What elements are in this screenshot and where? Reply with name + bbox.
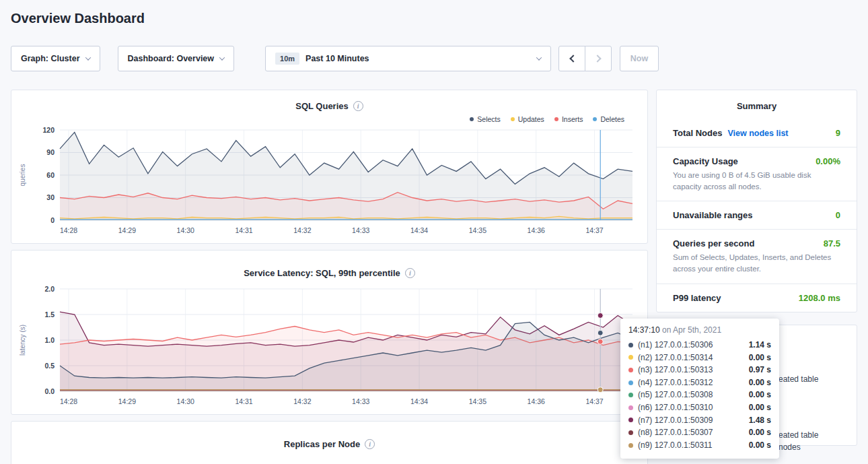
summary-card: Summary Total Nodes View nodes list 9 Ca… [656,90,857,312]
charts-column: SQL Queries i SelectsUpdatesInsertsDelet… [11,90,648,464]
node-color-dot-icon [628,443,633,448]
tooltip-node-value: 0.00 s [749,352,771,364]
time-next-button[interactable] [585,46,612,71]
info-icon[interactable]: i [405,268,415,278]
graph-dropdown-label: Graph: Cluster [21,54,80,63]
event-text-fragment: eated table [779,430,818,440]
node-color-dot-icon [628,368,633,372]
svg-text:queries: queries [19,164,26,187]
time-prev-button[interactable] [558,46,585,71]
event-text-fragment: eated table [779,374,818,384]
tooltip-node-label: (n2) 127.0.0.1:50314 [638,352,713,364]
event-text-fragment: nodes [779,442,801,452]
svg-text:14:35: 14:35 [469,397,486,405]
svg-text:14:33: 14:33 [352,397,369,405]
time-range-badge: 10m [275,53,299,65]
svg-text:14:31: 14:31 [235,226,252,234]
summary-title: Summary [657,90,857,119]
legend-dot-icon [593,117,597,121]
service-latency-card: Service Latency: SQL, 99th percentile i … [11,250,648,415]
view-nodes-list-link[interactable]: View nodes list [727,129,788,138]
p99-latency-value: 1208.0 ms [799,293,840,303]
node-color-dot-icon [628,405,633,410]
qps-label: Queries per second [673,238,754,248]
legend-item-updates[interactable]: Updates [511,115,544,123]
svg-text:14:31: 14:31 [235,397,252,405]
tooltip-node-value: 0.00 s [749,439,771,452]
tooltip-node-value: 0.00 s [749,376,771,389]
capacity-usage-desc: You are using 0 B of 4.5 GiB usable disk… [673,170,840,192]
tooltip-node-label: (n3) 127.0.0.1:50313 [638,364,713,376]
info-icon[interactable]: i [365,439,375,449]
svg-text:14:32: 14:32 [293,397,311,405]
tooltip-timestamp: 14:37:10 on Apr 5th, 2021 [628,325,771,335]
tooltip-node-value: 0.00 s [749,426,771,439]
svg-text:14:28: 14:28 [60,226,77,234]
svg-text:14:34: 14:34 [410,397,428,405]
svg-text:1.0: 1.0 [44,336,55,344]
sql-queries-title-row: SQL Queries i [17,97,642,112]
time-pager [558,46,612,71]
tooltip-row: (n6) 127.0.0.1:503100.00 s [628,401,771,414]
tooltip-row: (n5) 127.0.0.1:503080.00 s [628,389,771,401]
svg-text:14:32: 14:32 [293,226,311,234]
tooltip-node-value: 1.14 s [749,339,771,352]
chart-title: Service Latency: SQL, 99th percentile [244,268,400,278]
svg-text:90: 90 [46,148,55,156]
legend-item-selects[interactable]: Selects [470,115,500,123]
svg-text:14:34: 14:34 [410,226,428,234]
legend-item-deletes[interactable]: Deletes [593,115,624,123]
sql-queries-chart[interactable]: queries14:2814:2914:3014:3114:3214:3314:… [17,125,642,240]
svg-text:0: 0 [50,216,55,224]
page-title: Overview Dashboard [11,9,857,27]
service-latency-chart[interactable]: latency (s)14:2814:2914:3014:3114:3214:3… [17,284,642,411]
tooltip-node-value: 1.48 s [749,414,771,427]
tooltip-rows: (n1) 127.0.0.1:503061.14 s(n2) 127.0.0.1… [628,339,771,451]
chart-hover-tooltip: 14:37:10 on Apr 5th, 2021 (n1) 127.0.0.1… [620,319,779,459]
time-range-label: Past 10 Minutes [305,54,369,63]
graph-dropdown[interactable]: Graph: Cluster [11,46,100,71]
svg-text:14:33: 14:33 [352,226,369,234]
now-button[interactable]: Now [620,46,659,71]
unavailable-ranges-value: 0 [836,210,840,220]
tooltip-node-label: (n7) 127.0.0.1:50309 [638,414,713,427]
svg-text:60: 60 [46,171,55,179]
tooltip-node-label: (n8) 127.0.0.1:50307 [638,426,713,439]
total-nodes-value: 9 [836,128,840,138]
qps-value: 87.5 [824,238,840,248]
tooltip-row: (n8) 127.0.0.1:503070.00 s [628,426,771,439]
svg-text:2.0: 2.0 [44,285,55,293]
svg-text:0.5: 0.5 [44,362,55,370]
node-color-dot-icon [628,355,633,360]
legend-item-inserts[interactable]: Inserts [554,115,583,123]
unavailable-ranges-label: Unavailable ranges [673,210,753,220]
svg-text:14:28: 14:28 [60,397,77,405]
chevron-down-icon [219,55,225,60]
summary-row-capacity: Capacity Usage 0.00% You are using 0 B o… [657,147,857,201]
tooltip-row: (n9) 127.0.0.1:503110.00 s [628,439,771,452]
chart-svg: latency (s)14:2814:2914:3014:3114:3214:3… [17,284,642,409]
time-range-selector[interactable]: 10m Past 10 Minutes [265,46,551,71]
summary-row-p99: P99 latency 1208.0 ms [657,284,857,312]
svg-text:14:29: 14:29 [118,397,136,405]
capacity-usage-value: 0.00% [816,156,840,166]
svg-text:14:37: 14:37 [585,397,603,405]
replicas-per-node-card: Replicas per Node i [11,421,648,464]
legend-dot-icon [511,117,515,121]
legend-dot-icon [470,117,474,121]
dashboard-dropdown[interactable]: Dashboard: Overview [118,46,235,71]
tooltip-node-label: (n9) 127.0.0.1:50311 [638,439,713,452]
tooltip-time: 14:37:10 [628,325,660,335]
controls-bar: Graph: Cluster Dashboard: Overview 10m P… [0,27,868,90]
node-color-dot-icon [628,418,633,422]
svg-text:120: 120 [42,126,55,134]
tooltip-node-value: 0.97 s [749,364,771,376]
info-icon[interactable]: i [353,101,363,111]
page-header: Overview Dashboard [0,0,868,27]
node-color-dot-icon [628,380,633,385]
tooltip-node-label: (n4) 127.0.0.1:50312 [638,376,713,389]
tooltip-node-label: (n6) 127.0.0.1:50310 [638,401,713,414]
tooltip-node-label: (n5) 127.0.0.1:50308 [638,389,713,401]
summary-row-qps: Queries per second 87.5 Sum of Selects, … [657,229,857,283]
legend-dot-icon [554,117,558,121]
